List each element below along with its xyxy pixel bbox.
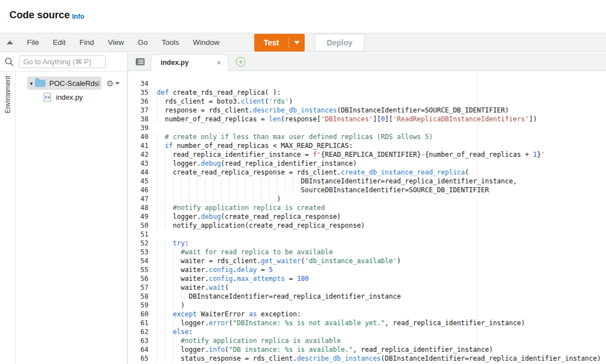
line-number[interactable]: 51: [128, 230, 157, 239]
editor-menubar: FileEditFindViewGoToolsWindow Test Deplo…: [0, 33, 606, 52]
code-line[interactable]: 42 read_replica_identifier_instance = f'…: [128, 150, 606, 159]
code-line[interactable]: 38 number_of_read_replicas = len(respons…: [128, 115, 606, 124]
indent-guides: [157, 142, 165, 150]
tab-list-icon[interactable]: [135, 58, 145, 66]
line-number[interactable]: 40: [128, 132, 157, 141]
line-number[interactable]: 35: [128, 88, 157, 97]
line-number[interactable]: 37: [128, 106, 157, 115]
line-number[interactable]: 62: [128, 327, 157, 336]
tab-index-py[interactable]: index.py ×: [151, 54, 229, 71]
test-dropdown-button[interactable]: [289, 34, 305, 52]
test-caret-icon: [294, 41, 300, 44]
tree-row-folder[interactable]: ▾ POC-ScaleRdsPostg ⚙: [16, 76, 127, 90]
token: except: [173, 310, 197, 318]
line-number[interactable]: 61: [128, 319, 157, 327]
deploy-button[interactable]: Deploy: [315, 34, 365, 52]
settings-menu-button[interactable]: ⚙: [106, 79, 120, 88]
code-line[interactable]: 49 logger.debug(create_read_replica_resp…: [128, 212, 606, 221]
line-number[interactable]: 41: [128, 141, 157, 150]
line-number[interactable]: 43: [128, 159, 157, 168]
info-link[interactable]: Info: [72, 13, 84, 20]
test-button-label[interactable]: Test: [254, 34, 289, 52]
token: 'DBInstances': [321, 115, 373, 123]
tree-row-file[interactable]: index.py: [16, 91, 127, 103]
code-line[interactable]: 54 waiter = rds_client.get_waiter('db_in…: [128, 257, 606, 265]
line-number[interactable]: 60: [128, 310, 157, 319]
code-line[interactable]: 47 ): [128, 194, 606, 203]
menu-item-tools[interactable]: Tools: [155, 38, 186, 47]
code-line[interactable]: 59 ): [128, 301, 606, 310]
token: def: [157, 89, 169, 96]
menu-item-find[interactable]: Find: [73, 38, 101, 47]
code-editor[interactable]: 3435def create_rds_read_replica( ):36 rd…: [128, 71, 606, 364]
line-number[interactable]: 36: [128, 97, 157, 106]
menu-item-view[interactable]: View: [101, 38, 131, 47]
code-line[interactable]: 44 create_read_replica_response = rds_cl…: [128, 168, 606, 177]
search-input[interactable]: [19, 55, 106, 68]
line-number[interactable]: 59: [128, 301, 157, 310]
code-line[interactable]: 60 except WaiterError as exception:: [128, 310, 606, 319]
line-number[interactable]: 46: [128, 186, 157, 194]
line-number[interactable]: 58: [128, 292, 157, 301]
line-number[interactable]: 55: [128, 265, 157, 274]
disclosure-icon[interactable]: ▾: [30, 80, 33, 86]
line-number[interactable]: 38: [128, 115, 157, 124]
code-line[interactable]: 41 if number_of_read_replicas < MAX_READ…: [128, 141, 606, 150]
line-number[interactable]: 34: [128, 79, 157, 88]
test-button[interactable]: Test: [254, 34, 305, 52]
line-number[interactable]: 53: [128, 248, 157, 257]
menu-item-window[interactable]: Window: [186, 38, 227, 47]
code-line[interactable]: 50 notify_application(create_read_replic…: [128, 221, 606, 230]
line-number[interactable]: 45: [128, 177, 157, 186]
line-number[interactable]: 54: [128, 257, 157, 265]
code-line[interactable]: 40 # create only if less than max user d…: [128, 132, 606, 141]
line-number[interactable]: 57: [128, 283, 157, 292]
code-line-content: ): [157, 301, 606, 310]
menu-item-edit[interactable]: Edit: [46, 38, 73, 47]
code-line[interactable]: 46 SourceDBInstanceIdentifier=SOURCE_DB_…: [128, 186, 606, 194]
code-line[interactable]: 65 status_response = rds_client.describe…: [128, 354, 606, 363]
token: }: [537, 151, 541, 158]
code-line[interactable]: 48 #notify application replica is create…: [128, 203, 606, 212]
code-line[interactable]: 62 else:: [128, 327, 606, 336]
code-line-content: waiter.wait(: [157, 283, 606, 292]
code-line[interactable]: 35def create_rds_read_replica( ):: [128, 88, 606, 97]
code-line[interactable]: 53 #wait for read replica to be availabl…: [128, 248, 606, 257]
line-number[interactable]: 50: [128, 221, 157, 230]
line-number[interactable]: 64: [128, 345, 157, 354]
code-line[interactable]: 55 waiter.config.delay = 5: [128, 265, 606, 274]
line-number[interactable]: 44: [128, 168, 157, 177]
folder-row-highlight[interactable]: ▾ POC-ScaleRdsPostg: [27, 76, 101, 90]
code-line[interactable]: 61 logger.error("DBInstance: %s is not a…: [128, 319, 606, 327]
code-line[interactable]: 36 rds_client = boto3.client('rds'): [128, 97, 606, 106]
token: :: [189, 328, 193, 336]
code-line-content: number_of_read_replicas = len(response['…: [157, 115, 606, 124]
code-line[interactable]: 34: [128, 79, 606, 88]
line-number[interactable]: 49: [128, 212, 157, 221]
line-number[interactable]: 56: [128, 274, 157, 283]
close-icon[interactable]: ×: [217, 59, 221, 66]
code-line[interactable]: 57 waiter.wait(: [128, 283, 606, 292]
code-line[interactable]: 45 DBInstanceIdentifier=read_replica_ide…: [128, 177, 606, 186]
line-number[interactable]: 47: [128, 194, 157, 203]
code-line[interactable]: 56 waiter.config.max_attempts = 180: [128, 274, 606, 283]
code-line[interactable]: 63 #notify application replica is availa…: [128, 336, 606, 345]
code-line[interactable]: 52 try:: [128, 239, 606, 248]
code-line[interactable]: 64 logger.info("DB instance: %s is avail…: [128, 345, 606, 354]
line-number[interactable]: 48: [128, 203, 157, 212]
collapse-up-icon[interactable]: [7, 40, 13, 44]
add-tab-button[interactable]: +: [236, 57, 245, 66]
line-number[interactable]: 42: [128, 150, 157, 159]
code-line[interactable]: 37 response = rds_client.describe_db_ins…: [128, 106, 606, 115]
line-number[interactable]: 39: [128, 124, 157, 132]
code-line[interactable]: 58 DBInstanceIdentifier=read_replica_ide…: [128, 292, 606, 301]
code-line[interactable]: 51: [128, 230, 606, 239]
code-line[interactable]: 43 logger.debug(read_replica_identifier_…: [128, 159, 606, 168]
line-number[interactable]: 52: [128, 239, 157, 248]
tab-environment[interactable]: Environment: [4, 76, 12, 113]
menu-item-file[interactable]: File: [20, 38, 46, 47]
menu-item-go[interactable]: Go: [131, 38, 155, 47]
line-number[interactable]: 63: [128, 336, 157, 345]
code-line[interactable]: 39: [128, 124, 606, 132]
line-number[interactable]: 65: [128, 354, 157, 363]
